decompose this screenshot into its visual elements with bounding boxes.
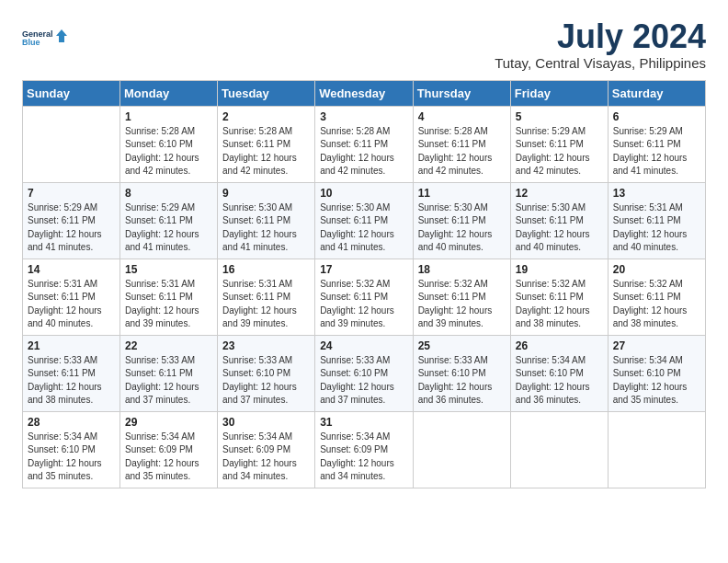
weekday-header: Friday: [510, 80, 608, 106]
day-number: 7: [28, 187, 115, 200]
calendar-week-row: 7Sunrise: 5:29 AM Sunset: 6:11 PM Daylig…: [23, 182, 706, 259]
day-number: 17: [320, 263, 407, 276]
day-number: 2: [222, 110, 310, 123]
calendar-cell: 14Sunrise: 5:31 AM Sunset: 6:11 PM Dayli…: [23, 259, 120, 335]
day-number: 28: [28, 416, 115, 429]
month-title: July 2024: [495, 18, 706, 55]
day-info: Sunrise: 5:33 AM Sunset: 6:10 PM Dayligh…: [222, 354, 310, 408]
calendar-cell: 29Sunrise: 5:34 AM Sunset: 6:09 PM Dayli…: [120, 411, 218, 488]
weekday-header: Saturday: [608, 80, 705, 106]
calendar-cell: 31Sunrise: 5:34 AM Sunset: 6:09 PM Dayli…: [315, 411, 413, 488]
calendar-week-row: 1Sunrise: 5:28 AM Sunset: 6:10 PM Daylig…: [23, 106, 706, 182]
location-title: Tutay, Central Visayas, Philippines: [495, 55, 706, 71]
day-info: Sunrise: 5:30 AM Sunset: 6:11 PM Dayligh…: [320, 201, 407, 255]
calendar-cell: 20Sunrise: 5:32 AM Sunset: 6:11 PM Dayli…: [608, 259, 705, 335]
day-number: 22: [125, 339, 212, 352]
day-info: Sunrise: 5:29 AM Sunset: 6:11 PM Dayligh…: [613, 125, 700, 178]
weekday-header: Tuesday: [218, 80, 315, 106]
weekday-header: Wednesday: [315, 80, 413, 106]
calendar-week-row: 14Sunrise: 5:31 AM Sunset: 6:11 PM Dayli…: [23, 259, 706, 335]
calendar-cell: [510, 411, 608, 488]
calendar-cell: 22Sunrise: 5:33 AM Sunset: 6:11 PM Dayli…: [120, 335, 218, 411]
day-number: 11: [418, 187, 506, 200]
day-number: 14: [28, 263, 115, 276]
calendar-cell: 2Sunrise: 5:28 AM Sunset: 6:11 PM Daylig…: [218, 106, 315, 182]
day-info: Sunrise: 5:33 AM Sunset: 6:10 PM Dayligh…: [418, 354, 506, 408]
day-info: Sunrise: 5:32 AM Sunset: 6:11 PM Dayligh…: [516, 278, 603, 331]
day-info: Sunrise: 5:32 AM Sunset: 6:11 PM Dayligh…: [613, 278, 700, 331]
day-info: Sunrise: 5:34 AM Sunset: 6:10 PM Dayligh…: [516, 354, 603, 408]
day-info: Sunrise: 5:30 AM Sunset: 6:11 PM Dayligh…: [516, 201, 603, 255]
calendar-cell: [413, 411, 510, 488]
day-info: Sunrise: 5:34 AM Sunset: 6:09 PM Dayligh…: [320, 431, 407, 484]
day-number: 26: [516, 339, 603, 352]
day-number: 24: [320, 339, 407, 352]
day-info: Sunrise: 5:31 AM Sunset: 6:11 PM Dayligh…: [125, 278, 212, 331]
calendar-cell: 30Sunrise: 5:34 AM Sunset: 6:09 PM Dayli…: [218, 411, 315, 488]
day-info: Sunrise: 5:34 AM Sunset: 6:10 PM Dayligh…: [28, 431, 115, 484]
day-number: 8: [125, 187, 212, 200]
calendar-cell: [608, 411, 705, 488]
logo: General Blue: [22, 18, 68, 59]
calendar-table: SundayMondayTuesdayWednesdayThursdayFrid…: [22, 80, 706, 488]
calendar-week-row: 21Sunrise: 5:33 AM Sunset: 6:11 PM Dayli…: [23, 335, 706, 411]
calendar-cell: 15Sunrise: 5:31 AM Sunset: 6:11 PM Dayli…: [120, 259, 218, 335]
day-number: 16: [222, 263, 310, 276]
calendar-cell: 8Sunrise: 5:29 AM Sunset: 6:11 PM Daylig…: [120, 182, 218, 259]
day-info: Sunrise: 5:28 AM Sunset: 6:11 PM Dayligh…: [320, 125, 407, 178]
day-info: Sunrise: 5:33 AM Sunset: 6:11 PM Dayligh…: [28, 354, 115, 408]
day-number: 20: [613, 263, 700, 276]
day-number: 27: [613, 339, 700, 352]
calendar-cell: 19Sunrise: 5:32 AM Sunset: 6:11 PM Dayli…: [510, 259, 608, 335]
day-info: Sunrise: 5:28 AM Sunset: 6:11 PM Dayligh…: [418, 125, 506, 178]
day-info: Sunrise: 5:33 AM Sunset: 6:10 PM Dayligh…: [320, 354, 407, 408]
day-info: Sunrise: 5:34 AM Sunset: 6:09 PM Dayligh…: [222, 431, 310, 484]
weekday-header: Thursday: [413, 80, 510, 106]
calendar-cell: 6Sunrise: 5:29 AM Sunset: 6:11 PM Daylig…: [608, 106, 705, 182]
day-info: Sunrise: 5:31 AM Sunset: 6:11 PM Dayligh…: [222, 278, 310, 331]
day-number: 3: [320, 110, 407, 123]
calendar-cell: 23Sunrise: 5:33 AM Sunset: 6:10 PM Dayli…: [218, 335, 315, 411]
day-number: 12: [516, 187, 603, 200]
day-number: 4: [418, 110, 506, 123]
calendar-cell: 18Sunrise: 5:32 AM Sunset: 6:11 PM Dayli…: [413, 259, 510, 335]
day-number: 6: [613, 110, 700, 123]
day-info: Sunrise: 5:28 AM Sunset: 6:10 PM Dayligh…: [125, 125, 212, 178]
calendar-cell: 7Sunrise: 5:29 AM Sunset: 6:11 PM Daylig…: [23, 182, 120, 259]
calendar-cell: 13Sunrise: 5:31 AM Sunset: 6:11 PM Dayli…: [608, 182, 705, 259]
calendar-cell: 25Sunrise: 5:33 AM Sunset: 6:10 PM Dayli…: [413, 335, 510, 411]
weekday-header: Sunday: [23, 80, 120, 106]
calendar-cell: 12Sunrise: 5:30 AM Sunset: 6:11 PM Dayli…: [510, 182, 608, 259]
page-header: General Blue July 2024 Tutay, Central Vi…: [22, 18, 706, 71]
calendar-cell: 24Sunrise: 5:33 AM Sunset: 6:10 PM Dayli…: [315, 335, 413, 411]
day-info: Sunrise: 5:31 AM Sunset: 6:11 PM Dayligh…: [28, 278, 115, 331]
day-number: 5: [516, 110, 603, 123]
calendar-cell: 10Sunrise: 5:30 AM Sunset: 6:11 PM Dayli…: [315, 182, 413, 259]
calendar-cell: 5Sunrise: 5:29 AM Sunset: 6:11 PM Daylig…: [510, 106, 608, 182]
calendar-cell: 28Sunrise: 5:34 AM Sunset: 6:10 PM Dayli…: [23, 411, 120, 488]
calendar-cell: 17Sunrise: 5:32 AM Sunset: 6:11 PM Dayli…: [315, 259, 413, 335]
calendar-cell: 26Sunrise: 5:34 AM Sunset: 6:10 PM Dayli…: [510, 335, 608, 411]
day-info: Sunrise: 5:30 AM Sunset: 6:11 PM Dayligh…: [418, 201, 506, 255]
title-area: July 2024 Tutay, Central Visayas, Philip…: [495, 18, 706, 71]
calendar-cell: 21Sunrise: 5:33 AM Sunset: 6:11 PM Dayli…: [23, 335, 120, 411]
day-info: Sunrise: 5:32 AM Sunset: 6:11 PM Dayligh…: [320, 278, 407, 331]
day-number: 31: [320, 416, 407, 429]
day-info: Sunrise: 5:28 AM Sunset: 6:11 PM Dayligh…: [222, 125, 310, 178]
svg-marker-2: [56, 29, 67, 42]
day-number: 9: [222, 187, 310, 200]
calendar-cell: 9Sunrise: 5:30 AM Sunset: 6:11 PM Daylig…: [218, 182, 315, 259]
day-number: 13: [613, 187, 700, 200]
day-number: 10: [320, 187, 407, 200]
day-number: 15: [125, 263, 212, 276]
day-info: Sunrise: 5:29 AM Sunset: 6:11 PM Dayligh…: [28, 201, 115, 255]
day-number: 18: [418, 263, 506, 276]
weekday-header: Monday: [120, 80, 218, 106]
day-number: 23: [222, 339, 310, 352]
day-info: Sunrise: 5:29 AM Sunset: 6:11 PM Dayligh…: [516, 125, 603, 178]
calendar-cell: 27Sunrise: 5:34 AM Sunset: 6:10 PM Dayli…: [608, 335, 705, 411]
day-number: 21: [28, 339, 115, 352]
calendar-cell: [23, 106, 120, 182]
svg-text:General: General: [22, 29, 53, 39]
calendar-cell: 1Sunrise: 5:28 AM Sunset: 6:10 PM Daylig…: [120, 106, 218, 182]
